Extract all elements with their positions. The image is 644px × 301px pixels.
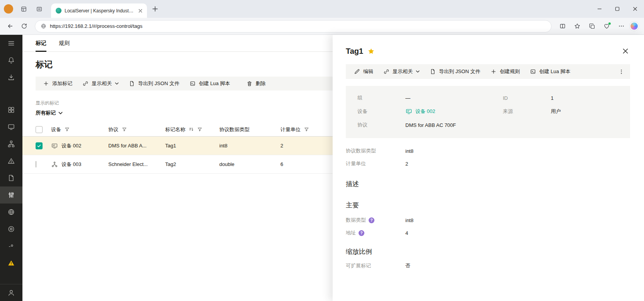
show-related-button[interactable]: 显示相关 [77, 77, 124, 91]
device-link[interactable]: 设备 002 [405, 108, 503, 115]
dashboard-icon[interactable] [0, 101, 22, 118]
reports-icon[interactable] [0, 169, 22, 186]
more-actions-icon[interactable] [615, 64, 627, 79]
close-window-button[interactable] [626, 0, 644, 18]
edit-button[interactable]: 编辑 [349, 64, 378, 79]
trash-icon [246, 80, 253, 87]
protocol-type-label: 协议数据类型 [346, 147, 405, 154]
device-label: 设备 [357, 108, 405, 115]
cell-data-type: double [219, 161, 280, 167]
essentials-status-dot [608, 22, 611, 25]
col-protocol: 协议 [108, 126, 118, 133]
network-map-icon[interactable] [0, 135, 22, 152]
help-icon[interactable]: ? [369, 217, 374, 223]
alerts-warning-icon[interactable] [0, 255, 22, 272]
close-panel-icon[interactable] [621, 46, 630, 56]
cell-protocol: DMS for ABB A... [108, 143, 165, 149]
script-icon [530, 68, 536, 75]
add-tag-button[interactable]: 添加标记 [38, 77, 77, 91]
protocol-value: DMS for ABB AC 700F [405, 122, 503, 128]
filter-icon[interactable] [122, 127, 127, 132]
table-row[interactable]: 设备 003 Schneider Elect... Tag2 double 6 [22, 155, 333, 174]
select-all-checkbox[interactable] [36, 126, 43, 133]
filter-icon[interactable] [197, 127, 202, 132]
process-control-icon[interactable] [0, 186, 22, 204]
user-icon[interactable] [0, 284, 22, 301]
network-icon[interactable] [0, 204, 22, 221]
plus-icon [43, 80, 49, 87]
chevron-down-icon [58, 111, 63, 115]
workspaces-icon[interactable] [19, 4, 29, 14]
page-tabbar: 标记 规则 [22, 35, 333, 52]
detail-toolbar: 编辑 显示相关 导出到 JSON 文件 创建规则 创建 Lua 脚本 [346, 64, 630, 79]
menu-icon[interactable] [0, 35, 22, 52]
back-button[interactable] [4, 20, 16, 32]
settings-more-icon[interactable] [615, 20, 627, 32]
notifications-icon[interactable] [0, 52, 22, 69]
url-text: https://192.168.2.1/#/process-control/ta… [50, 23, 142, 29]
cell-tag-name: Tag1 [165, 143, 219, 149]
maximize-button[interactable] [608, 0, 626, 18]
tab-rules[interactable]: 规则 [59, 35, 70, 51]
downloads-icon[interactable] [0, 69, 22, 86]
endpoints-icon[interactable] [0, 238, 22, 255]
source-value: 用户 [551, 108, 622, 115]
pencil-icon [354, 68, 360, 75]
row-checkbox[interactable] [36, 142, 43, 149]
tags-page: 标记 规则 标记 添加标记 显示相关 导出到 JSON 文件 创建 Lua 脚本 [22, 35, 333, 301]
address-label: 地址 [346, 229, 356, 236]
collections-icon[interactable] [586, 20, 598, 32]
page-title: 标记 [36, 59, 333, 70]
audit-icon[interactable] [0, 221, 22, 238]
link-icon [383, 68, 389, 75]
section-description: 描述 [346, 180, 630, 188]
row-checkbox[interactable] [36, 161, 36, 168]
address-value: 4 [405, 230, 630, 236]
section-main: 主要 [346, 201, 630, 210]
tab-tags[interactable]: 标记 [36, 35, 46, 51]
main-section-fields: 数据类型 ? int8 地址 ? 4 [346, 217, 630, 236]
split-screen-icon[interactable] [556, 20, 569, 32]
filter-icon[interactable] [304, 127, 309, 132]
table-row[interactable]: 设备 002 DMS for ABB A... Tag1 int8 2 [22, 137, 333, 155]
data-type-value: int8 [405, 217, 630, 223]
delete-button[interactable]: 删除 [241, 77, 271, 91]
col-unit: 计量单位 [280, 126, 301, 133]
browser-tab[interactable]: LocalServer | Kaspersky Industrial [51, 3, 147, 18]
cell-unit: 6 [280, 161, 333, 167]
copilot-icon[interactable] [630, 22, 639, 31]
events-icon[interactable] [0, 152, 22, 169]
shown-tags-filter[interactable]: 所有标记 [36, 109, 63, 116]
create-rule-button[interactable]: 创建规则 [485, 64, 525, 79]
col-device: 设备 [51, 126, 61, 133]
data-type-label: 数据类型 [346, 217, 366, 224]
minimize-button[interactable] [591, 0, 608, 18]
browser-essentials-icon[interactable] [600, 20, 613, 32]
create-lua-button[interactable]: 创建 Lua 脚本 [525, 64, 576, 79]
show-related-button[interactable]: 显示相关 [378, 64, 425, 79]
tab-actions-icon[interactable] [34, 4, 44, 14]
refresh-button[interactable] [18, 20, 30, 32]
protocol-label: 协议 [357, 121, 405, 128]
create-lua-button[interactable]: 创建 Lua 脚本 [184, 77, 235, 91]
col-data-type: 协议数据类型 [219, 126, 249, 133]
hmi-device-icon [51, 142, 58, 149]
file-icon [129, 80, 135, 87]
export-json-button[interactable]: 导出到 JSON 文件 [425, 64, 485, 79]
sort-icon[interactable] [189, 127, 194, 132]
help-icon[interactable]: ? [359, 230, 364, 236]
export-json-button[interactable]: 导出到 JSON 文件 [124, 77, 184, 91]
new-tab-button[interactable] [149, 3, 161, 15]
shown-tags-label: 显示的标记 [36, 100, 333, 106]
tab-close-icon[interactable] [137, 7, 144, 14]
filter-icon[interactable] [65, 127, 70, 132]
tag-title: Tag1 [346, 47, 363, 56]
browser-profile-avatar[interactable] [4, 4, 13, 14]
favorite-star-icon[interactable] [367, 48, 375, 55]
cell-protocol: Schneider Elect... [108, 161, 165, 167]
url-bar[interactable]: https://192.168.2.1/#/process-control/ta… [35, 20, 552, 32]
assets-icon[interactable] [0, 118, 22, 135]
favorites-icon[interactable] [571, 20, 583, 32]
group-value: — [405, 95, 503, 101]
cell-data-type: int8 [219, 143, 280, 149]
